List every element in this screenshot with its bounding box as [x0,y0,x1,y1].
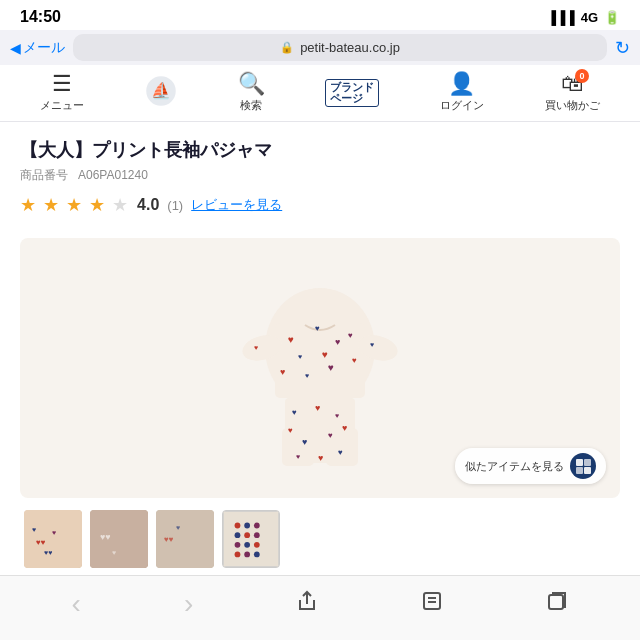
address-bar-row: ◀ メール 🔒 petit-bateau.co.jp ↻ [0,30,640,65]
nav-menu-label: メニュー [40,98,84,113]
svg-text:♥: ♥ [335,412,339,419]
nav-item-cart[interactable]: 🛍 0 買い物かご [545,73,600,113]
browser-share-button[interactable] [288,586,326,622]
thumbnail-1[interactable]: ♥♥ ♥ ♥ ♥♥ [24,510,82,568]
battery-icon: 🔋 [604,10,620,25]
svg-point-51 [244,532,250,538]
svg-text:♥♥: ♥♥ [44,549,52,556]
nav-bar: ☰ メニュー ⛵ 🔍 検索 ブランドページ 👤 ログイン 🛍 0 買い物かご [0,65,640,122]
svg-text:♥: ♥ [280,367,285,377]
url-text: petit-bateau.co.jp [300,40,400,55]
svg-text:♥: ♥ [292,408,297,417]
svg-point-49 [254,523,260,529]
browser-tabs-button[interactable] [538,586,576,622]
thumbnail-3[interactable]: ♥♥ ♥ [156,510,214,568]
thumbnails-section: ♥♥ ♥ ♥ ♥♥ ♥♥ ♥ ♥♥ ♥ [0,510,640,568]
svg-point-58 [254,552,260,558]
browser-bookmarks-button[interactable] [413,586,451,622]
star-4: ★ [89,195,106,215]
star-1: ★ [20,195,37,215]
svg-point-54 [244,542,250,548]
svg-text:♥: ♥ [328,362,334,373]
svg-point-50 [235,532,241,538]
nav-item-brand[interactable]: ブランドページ [325,79,379,107]
logo-icon: ⛵ [145,75,177,111]
svg-text:⛵: ⛵ [151,81,171,100]
network-type: 4G [581,10,598,25]
product-section: 【大人】プリント長袖パジャマ 商品番号 A06PA01240 ★ ★ ★ ★ ★… [0,122,640,238]
star-2: ★ [43,195,60,215]
address-bar[interactable]: 🔒 petit-bateau.co.jp [73,34,607,61]
thumbnail-2[interactable]: ♥♥ ♥ [90,510,148,568]
product-sku: 商品番号 A06PA01240 [20,167,620,184]
svg-rect-7 [282,428,314,466]
cart-icon-wrap: 🛍 0 [561,73,583,95]
nav-item-logo[interactable]: ⛵ [145,75,177,111]
back-to-mail-link[interactable]: ◀ メール [10,39,65,57]
sku-label: 商品番号 [20,168,68,182]
brand-icon: ブランドページ [325,79,379,107]
svg-text:♥♥: ♥♥ [164,535,174,544]
browser-forward-button[interactable]: › [176,584,201,624]
review-link[interactable]: レビューを見る [191,196,282,214]
svg-text:♥: ♥ [370,341,374,348]
user-icon: 👤 [448,73,475,95]
svg-text:♥: ♥ [318,453,323,463]
svg-text:♥: ♥ [298,353,302,360]
rating-number: 4.0 [137,196,159,214]
star-5-empty: ★ [112,195,129,215]
svg-point-57 [244,552,250,558]
rating-row: ★ ★ ★ ★ ★ 4.0 (1) レビューを見る [20,194,620,216]
back-link-label: メール [23,39,65,57]
signal-bars-icon: ▐▐▐ [547,10,575,25]
nav-item-search[interactable]: 🔍 検索 [238,73,265,113]
svg-text:♥: ♥ [302,437,307,447]
similar-items-button[interactable]: 似たアイテムを見る [455,448,606,484]
svg-point-56 [235,552,241,558]
thumbnail-4[interactable] [222,510,280,568]
nav-item-login[interactable]: 👤 ログイン [440,73,484,113]
svg-rect-46 [223,511,279,567]
svg-text:♥: ♥ [254,344,258,351]
product-image: ♥ ♥ ♥ ♥ ♥ ♥ ♥ ♥ ♥ ♥ ♥ ♥ ♥ ♥ ♥ ♥ ♥ ♥ ♥ ♥ … [210,263,430,473]
similar-items-icon [570,453,596,479]
reload-button[interactable]: ↻ [615,37,630,59]
svg-rect-40 [90,510,148,568]
browser-back-button[interactable]: ‹ [64,584,89,624]
svg-rect-33 [576,467,583,474]
svg-point-52 [254,532,260,538]
nav-item-menu[interactable]: ☰ メニュー [40,73,84,113]
svg-text:♥: ♥ [328,431,333,440]
back-arrow-icon: ◀ [10,40,21,56]
svg-rect-62 [549,595,563,609]
svg-text:♥: ♥ [32,526,36,533]
svg-rect-32 [584,459,591,466]
svg-text:♥: ♥ [112,549,116,556]
status-icons: ▐▐▐ 4G 🔋 [547,10,620,25]
svg-point-55 [254,542,260,548]
rating-count: (1) [167,198,183,213]
svg-text:♥: ♥ [322,349,328,360]
svg-text:♥: ♥ [348,331,353,340]
svg-text:♥: ♥ [288,426,293,435]
star-rating: ★ ★ ★ ★ ★ [20,194,129,216]
search-icon: 🔍 [238,73,265,95]
nav-cart-label: 買い物かご [545,98,600,113]
lock-icon: 🔒 [280,41,294,54]
svg-text:♥: ♥ [52,529,56,536]
svg-text:♥♥: ♥♥ [36,538,46,547]
svg-text:♥: ♥ [342,423,347,433]
svg-rect-34 [584,467,591,474]
svg-text:♥: ♥ [305,372,309,379]
hamburger-icon: ☰ [52,73,72,95]
nav-login-label: ログイン [440,98,484,113]
svg-text:♥: ♥ [288,334,294,345]
cart-badge: 0 [575,69,589,83]
svg-text:♥: ♥ [352,356,357,365]
svg-rect-35 [24,510,82,568]
product-image-section: ♥ ♥ ♥ ♥ ♥ ♥ ♥ ♥ ♥ ♥ ♥ ♥ ♥ ♥ ♥ ♥ ♥ ♥ ♥ ♥ … [0,238,640,498]
product-title: 【大人】プリント長袖パジャマ [20,138,620,163]
nav-search-label: 検索 [240,98,262,113]
svg-text:♥: ♥ [315,324,320,333]
status-bar: 14:50 ▐▐▐ 4G 🔋 [0,0,640,30]
